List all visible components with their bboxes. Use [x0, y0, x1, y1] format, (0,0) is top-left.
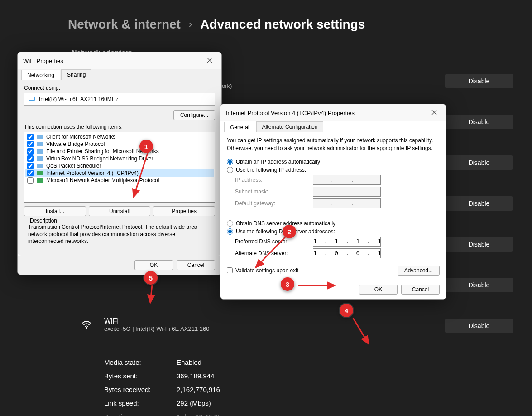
subnet-label: Subnet mask:	[227, 189, 313, 195]
list-item: VirtualBox NDIS6 Bridged Networking Driv…	[25, 155, 214, 162]
description-group: Description Transmission Control Protoco…	[24, 221, 215, 249]
component-icon	[36, 163, 43, 169]
tab-alternate[interactable]: Alternate Configuration	[256, 121, 324, 132]
breadcrumb: Network & internet › Advanced network se…	[68, 17, 365, 32]
item-checkbox[interactable]	[27, 170, 34, 176]
list-item-selected: Internet Protocol Version 4 (TCP/IPv4)	[25, 169, 214, 177]
alternate-dns-input[interactable]	[313, 248, 381, 258]
stat-row: Duration:1 day 00:40:05	[104, 410, 221, 416]
description-legend: Description	[28, 218, 59, 224]
svg-point-0	[86, 327, 87, 328]
wifi-adapter-block[interactable]: WiFi excitel-5G | Intel(R) Wi-Fi 6E AX21…	[81, 317, 209, 332]
component-icon	[36, 155, 43, 162]
ok-button[interactable]: OK	[134, 260, 173, 270]
cancel-button[interactable]: Cancel	[401, 285, 440, 295]
adapter-row-text-fragment: ork)	[222, 82, 232, 89]
disable-button[interactable]: Disable	[445, 155, 513, 170]
install-button[interactable]: Install...	[24, 206, 86, 216]
breadcrumb-current: Advanced network settings	[200, 17, 365, 32]
stat-row: Media state:Enabled	[104, 356, 221, 369]
tab-strip: General Alternate Configuration	[220, 121, 446, 132]
gateway-label: Default gateway:	[227, 200, 313, 207]
ok-button[interactable]: OK	[359, 285, 398, 295]
properties-button[interactable]: Properties	[153, 206, 215, 216]
gateway-input	[313, 198, 381, 208]
item-checkbox[interactable]	[27, 155, 34, 162]
breadcrumb-separator: ›	[189, 19, 192, 30]
ipv4-properties-dialog: Internet Protocol Version 4 (TCP/IPv4) P…	[220, 104, 446, 300]
svg-rect-9	[37, 178, 43, 183]
disable-button[interactable]: Disable	[445, 237, 513, 252]
annotation-2: 2	[283, 225, 296, 238]
advanced-button[interactable]: Advanced...	[398, 266, 440, 276]
annotation-4: 4	[340, 304, 353, 317]
svg-rect-3	[37, 135, 43, 139]
protocol-icon	[36, 177, 43, 184]
item-checkbox[interactable]	[27, 141, 34, 147]
annotation-3: 3	[281, 277, 294, 291]
component-icon	[36, 141, 43, 147]
connect-using-label: Connect using:	[24, 85, 215, 91]
close-icon	[431, 110, 437, 115]
adapter-name: Intel(R) Wi-Fi 6E AX211 160MHz	[39, 96, 118, 102]
alternate-dns-label: Alternate DNS server:	[227, 250, 313, 256]
network-adapter-icon	[28, 95, 35, 104]
ip-auto-radio[interactable]	[227, 159, 233, 165]
intro-text: You can get IP settings assigned automat…	[227, 137, 440, 152]
ip-address-label: IP address:	[227, 177, 313, 183]
item-checkbox[interactable]	[27, 177, 34, 184]
tab-general[interactable]: General	[224, 122, 255, 132]
item-checkbox[interactable]	[27, 134, 34, 140]
svg-rect-7	[37, 164, 43, 168]
item-checkbox[interactable]	[27, 148, 34, 155]
stat-row: Bytes received:2,162,770,916	[104, 383, 221, 397]
ip-address-input	[313, 175, 381, 185]
preferred-dns-label: Preferred DNS server:	[227, 238, 313, 245]
list-item: Microsoft Network Adapter Multiplexor Pr…	[25, 177, 214, 184]
svg-rect-2	[29, 97, 34, 100]
close-button[interactable]	[428, 106, 441, 119]
disable-button[interactable]: Disable	[445, 278, 513, 292]
component-icon	[36, 134, 43, 140]
disable-button[interactable]: Disable	[445, 196, 513, 211]
dns-auto-radio[interactable]	[227, 220, 233, 227]
list-item: VMware Bridge Protocol	[25, 140, 214, 148]
close-button[interactable]	[203, 54, 216, 67]
breadcrumb-parent[interactable]: Network & internet	[68, 17, 181, 32]
dns-manual-radio[interactable]	[227, 228, 233, 235]
preferred-dns-input[interactable]	[313, 237, 381, 247]
svg-rect-8	[37, 171, 43, 175]
wifi-stats: Media state:Enabled Bytes sent:369,189,9…	[104, 356, 221, 416]
wifi-name: WiFi	[104, 317, 209, 325]
connection-items-list[interactable]: Client for Microsoft Networks VMware Bri…	[24, 132, 215, 203]
ip-manual-radio[interactable]	[227, 167, 233, 173]
list-item: QoS Packet Scheduler	[25, 162, 214, 169]
stat-row: Link speed:292 (Mbps)	[104, 397, 221, 410]
svg-rect-4	[37, 142, 43, 146]
dialog-title: Internet Protocol Version 4 (TCP/IPv4) P…	[226, 110, 355, 116]
adapter-field[interactable]: Intel(R) Wi-Fi 6E AX211 160MHz	[24, 93, 215, 106]
disable-button[interactable]: Disable	[445, 74, 513, 88]
validate-checkbox[interactable]	[227, 267, 233, 273]
svg-line-14	[150, 285, 152, 303]
configure-button[interactable]: Configure...	[173, 110, 215, 120]
disable-button[interactable]: Disable	[445, 115, 513, 129]
item-checkbox[interactable]	[27, 163, 34, 169]
svg-rect-6	[37, 156, 43, 161]
annotation-1: 1	[139, 140, 153, 153]
component-icon	[36, 148, 43, 155]
disable-button[interactable]: Disable	[445, 319, 513, 333]
svg-line-13	[353, 318, 369, 344]
uninstall-button[interactable]: Uninstall	[89, 206, 151, 216]
tab-strip: Networking Sharing	[18, 69, 221, 80]
items-label: This connection uses the following items…	[24, 124, 215, 130]
stat-row: Bytes sent:369,189,944	[104, 369, 221, 383]
cancel-button[interactable]: Cancel	[177, 260, 215, 270]
annotation-5: 5	[144, 271, 158, 285]
list-item: Client for Microsoft Networks	[25, 133, 214, 140]
wifi-detail: excitel-5G | Intel(R) Wi-Fi 6E AX211 160	[104, 325, 209, 332]
wifi-properties-dialog: WiFi Properties Networking Sharing Conne…	[17, 52, 222, 275]
wifi-icon	[81, 320, 91, 332]
tab-networking[interactable]: Networking	[21, 70, 60, 80]
tab-sharing[interactable]: Sharing	[61, 69, 91, 80]
